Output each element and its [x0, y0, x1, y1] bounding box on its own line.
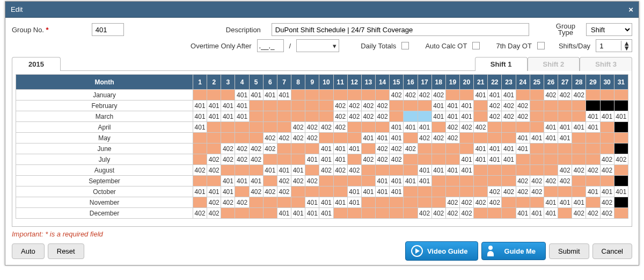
schedule-cell[interactable] [291, 143, 305, 154]
schedule-cell[interactable]: 402 [600, 208, 614, 219]
schedule-cell[interactable] [319, 100, 333, 111]
schedule-cell[interactable] [544, 154, 558, 165]
schedule-cell[interactable] [459, 143, 473, 154]
schedule-cell[interactable] [502, 197, 516, 208]
schedule-cell[interactable]: 402 [333, 111, 347, 122]
schedule-cell[interactable]: 402 [600, 165, 614, 176]
schedule-cell[interactable]: 402 [207, 197, 221, 208]
schedule-cell[interactable]: 401 [488, 143, 502, 154]
schedule-cell[interactable] [445, 143, 459, 154]
schedule-cell[interactable]: 401 [445, 165, 459, 176]
schedule-cell[interactable] [207, 176, 221, 186]
schedule-cell[interactable]: 402 [235, 154, 249, 165]
schedule-cell[interactable] [263, 197, 277, 208]
schedule-cell[interactable]: 401 [418, 165, 431, 176]
schedule-cell[interactable]: 401 [586, 186, 600, 197]
schedule-cell[interactable] [333, 208, 347, 219]
schedule-cell[interactable]: 402 [263, 143, 277, 154]
schedule-cell[interactable] [544, 111, 558, 122]
schedule-cell[interactable]: 402 [333, 100, 347, 111]
schedule-cell[interactable] [207, 133, 221, 143]
schedule-cell[interactable]: 401 [502, 154, 516, 165]
schedule-cell[interactable] [305, 90, 319, 100]
schedule-cell[interactable]: 401 [193, 111, 207, 122]
schedule-cell[interactable]: 402 [558, 90, 572, 100]
schedule-cell[interactable]: 402 [291, 122, 305, 133]
schedule-cell[interactable]: 401 [544, 122, 558, 133]
schedule-cell[interactable]: 401 [404, 122, 418, 133]
schedule-cell[interactable]: 401 [474, 154, 488, 165]
schedule-cell[interactable] [404, 111, 418, 122]
schedule-cell[interactable] [474, 208, 488, 219]
schedule-cell[interactable] [572, 154, 586, 165]
schedule-cell[interactable] [263, 100, 277, 111]
schedule-cell[interactable]: 402 [558, 165, 572, 176]
schedule-cell[interactable] [333, 186, 347, 197]
schedule-cell[interactable] [305, 186, 319, 197]
schedule-cell[interactable]: 401 [572, 122, 586, 133]
schedule-cell[interactable] [347, 122, 361, 133]
schedule-cell[interactable]: 401 [277, 208, 291, 219]
schedule-cell[interactable] [530, 197, 544, 208]
schedule-cell[interactable]: 402 [263, 186, 277, 197]
schedule-cell[interactable] [418, 143, 431, 154]
schedule-cell[interactable]: 402 [376, 154, 390, 165]
schedule-cell[interactable]: 401 [291, 165, 305, 176]
schedule-cell[interactable] [558, 186, 572, 197]
schedule-cell[interactable]: 401 [347, 186, 361, 197]
schedule-cell[interactable] [249, 111, 263, 122]
schedule-cell[interactable] [249, 133, 263, 143]
schedule-cell[interactable]: 401 [263, 165, 277, 176]
schedule-cell[interactable] [431, 143, 445, 154]
schedule-cell[interactable]: 401 [319, 154, 333, 165]
schedule-cell[interactable] [459, 186, 473, 197]
schedule-cell[interactable]: 402 [193, 208, 207, 219]
schedule-cell[interactable]: 402 [459, 208, 473, 219]
schedule-cell[interactable] [249, 165, 263, 176]
schedule-cell[interactable] [193, 154, 207, 165]
schedule-cell[interactable] [530, 143, 544, 154]
schedule-cell[interactable]: 402 [249, 186, 263, 197]
schedule-cell[interactable]: 401 [390, 133, 404, 143]
schedule-cell[interactable]: 402 [530, 176, 544, 186]
schedule-cell[interactable] [474, 133, 488, 143]
schedule-cell[interactable] [404, 208, 418, 219]
schedule-cell[interactable]: 401 [235, 111, 249, 122]
schedule-cell[interactable] [361, 165, 375, 176]
schedule-cell[interactable] [305, 165, 319, 176]
schedule-cell[interactable]: 401 [516, 133, 530, 143]
schedule-cell[interactable]: 401 [235, 90, 249, 100]
schedule-cell[interactable]: 401 [193, 100, 207, 111]
daily-totals-checkbox[interactable] [401, 42, 409, 49]
schedule-cell[interactable]: 401 [544, 197, 558, 208]
schedule-cell[interactable]: 401 [600, 186, 614, 197]
schedule-cell[interactable]: 401 [530, 208, 544, 219]
shift-3-tab[interactable]: Shift 3 [580, 57, 632, 71]
schedule-cell[interactable]: 401 [333, 197, 347, 208]
guide-me-button[interactable]: Guide Me [481, 242, 546, 260]
schedule-cell[interactable] [361, 122, 375, 133]
schedule-cell[interactable] [445, 176, 459, 186]
schedule-cell[interactable]: 401 [291, 208, 305, 219]
schedule-cell[interactable] [488, 165, 502, 176]
schedule-cell[interactable]: 401 [445, 111, 459, 122]
schedule-cell[interactable] [404, 197, 418, 208]
schedule-cell[interactable]: 402 [502, 100, 516, 111]
schedule-cell[interactable] [488, 122, 502, 133]
schedule-cell[interactable] [558, 154, 572, 165]
schedule-cell[interactable] [333, 133, 347, 143]
schedule-cell[interactable] [235, 133, 249, 143]
schedule-cell[interactable] [474, 165, 488, 176]
schedule-cell[interactable]: 402 [572, 90, 586, 100]
schedule-cell[interactable] [277, 111, 291, 122]
schedule-cell[interactable]: 401 [333, 154, 347, 165]
schedule-cell[interactable] [347, 90, 361, 100]
schedule-cell[interactable]: 402 [572, 165, 586, 176]
overtime-after-input[interactable] [257, 39, 284, 52]
schedule-cell[interactable]: 402 [516, 176, 530, 186]
schedule-cell[interactable]: 401 [319, 143, 333, 154]
schedule-cell[interactable] [333, 176, 347, 186]
schedule-cell[interactable] [404, 186, 418, 197]
schedule-cell[interactable] [277, 197, 291, 208]
schedule-cell[interactable] [263, 208, 277, 219]
